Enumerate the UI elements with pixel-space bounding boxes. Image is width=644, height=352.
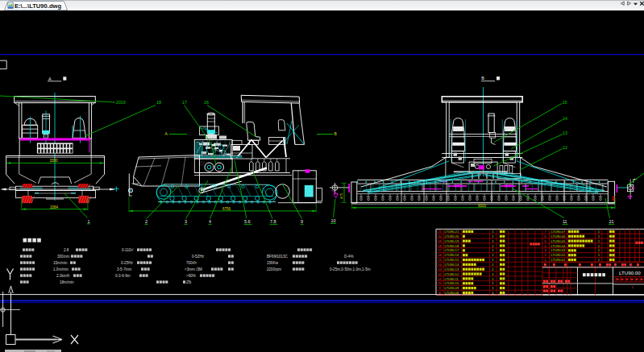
- svg-text:<3mm /3M: <3mm /3M: [185, 267, 202, 271]
- svg-text:15: 15: [438, 258, 442, 262]
- svg-text:15: 15: [563, 100, 567, 105]
- svg-text:0-5ZHz: 0-5ZHz: [192, 255, 205, 259]
- svg-text:LTU90.05: LTU90.05: [551, 239, 566, 243]
- svg-text:LTU90.00: LTU90.00: [619, 270, 641, 275]
- svg-text:9: 9: [301, 219, 303, 224]
- svg-text:2200rpm: 2200rpm: [267, 267, 281, 271]
- svg-text:300mm: 300mm: [57, 255, 69, 259]
- svg-text:10: 10: [438, 281, 442, 285]
- svg-text:156Kw: 156Kw: [267, 261, 279, 265]
- svg-text:LTU90.12: LTU90.12: [445, 272, 459, 276]
- svg-text:14: 14: [438, 263, 442, 267]
- svg-text:4: 4: [209, 219, 211, 224]
- svg-text:LTU90.17: LTU90.17: [445, 248, 459, 252]
- svg-text:2: 2: [145, 219, 147, 224]
- svg-text:B: B: [481, 76, 484, 81]
- svg-text:5.6: 5.6: [244, 219, 251, 224]
- svg-text:LTU90.21: LTU90.21: [445, 230, 459, 234]
- svg-text:700t/h: 700t/h: [186, 261, 197, 265]
- svg-text:BF6M1013C: BF6M1013C: [267, 255, 288, 259]
- svg-text:0-110r/: 0-110r/: [122, 248, 134, 252]
- svg-text:2.3km/h: 2.3km/h: [56, 274, 70, 278]
- svg-text:16: 16: [438, 253, 442, 257]
- svg-text:LTU90.06: LTU90.06: [551, 234, 566, 238]
- svg-text:25t: 25t: [186, 280, 192, 284]
- svg-text:A: A: [48, 77, 52, 81]
- svg-text:3-5-7mm: 3-5-7mm: [117, 267, 132, 271]
- svg-text:LTU90.10: LTU90.10: [445, 281, 459, 285]
- svg-text:2.8: 2.8: [64, 248, 69, 252]
- svg-text:18: 18: [438, 244, 442, 248]
- svg-text:LTU90.02: LTU90.02: [551, 253, 566, 257]
- svg-text:12: 12: [563, 145, 567, 150]
- svg-text:LTU90.04: LTU90.04: [551, 244, 566, 248]
- svg-text:18m/min: 18m/min: [60, 280, 74, 284]
- svg-text:LTU90.08: LTU90.08: [445, 291, 459, 295]
- svg-text:6756: 6756: [222, 207, 231, 211]
- svg-text:2084: 2084: [50, 205, 59, 209]
- svg-text:10: 10: [331, 218, 336, 223]
- svg-text:16: 16: [204, 100, 209, 105]
- svg-text:LTU90.03: LTU90.03: [551, 248, 566, 252]
- svg-text:LTU90.14: LTU90.14: [445, 263, 459, 267]
- svg-text:LTU90.09: LTU90.09: [445, 286, 459, 290]
- svg-text:LTU90.01: LTU90.01: [551, 258, 566, 262]
- svg-text:LTU90.15: LTU90.15: [445, 258, 459, 262]
- svg-text:20: 20: [438, 234, 442, 238]
- svg-text:3: 3: [185, 219, 187, 224]
- svg-text:LTU90.13: LTU90.13: [445, 267, 459, 271]
- svg-text:LTU90.11: LTU90.11: [445, 277, 459, 281]
- svg-text:15m/min: 15m/min: [53, 261, 68, 265]
- svg-text:13: 13: [563, 130, 567, 135]
- svg-text:11: 11: [438, 277, 442, 281]
- svg-text:21: 21: [609, 219, 614, 224]
- svg-text:13: 13: [438, 267, 442, 271]
- svg-text:0-3-6-9m: 0-3-6-9m: [115, 274, 131, 278]
- svg-text:LTU90.16: LTU90.16: [445, 253, 459, 257]
- svg-text:D-4%: D-4%: [344, 255, 354, 259]
- svg-text:1: 1: [88, 219, 90, 224]
- svg-text:0-25m,0-50m,1.0m,1-5m: 0-25m,0-50m,1.0m,1-5m: [330, 267, 371, 271]
- svg-text:9000: 9000: [478, 204, 487, 208]
- svg-text:LTU90.20: LTU90.20: [445, 234, 459, 238]
- svg-text:LTU90.07: LTU90.07: [551, 230, 566, 234]
- svg-text:0-25Hz: 0-25Hz: [121, 261, 134, 265]
- svg-text:7.8: 7.8: [270, 219, 276, 224]
- svg-text:3300: 3300: [49, 159, 58, 163]
- svg-text:18: 18: [156, 100, 161, 105]
- svg-text:17: 17: [438, 248, 442, 252]
- svg-text:17: 17: [182, 100, 187, 105]
- svg-text:21: 21: [438, 230, 442, 234]
- svg-text:LTU90.19: LTU90.19: [445, 239, 459, 243]
- svg-text:19: 19: [438, 239, 442, 243]
- svg-text:1.0m/min: 1.0m/min: [53, 267, 69, 271]
- svg-text:475: 475: [339, 193, 343, 199]
- svg-text:>90%: >90%: [186, 274, 196, 278]
- svg-text:11: 11: [563, 219, 567, 224]
- svg-text:14: 14: [563, 116, 567, 121]
- svg-text:E:\...\LTU90.dwg: E:\...\LTU90.dwg: [15, 2, 61, 10]
- svg-text:LTU90.18: LTU90.18: [445, 244, 459, 248]
- svg-text:12: 12: [438, 272, 442, 276]
- svg-text:2019: 2019: [116, 100, 126, 105]
